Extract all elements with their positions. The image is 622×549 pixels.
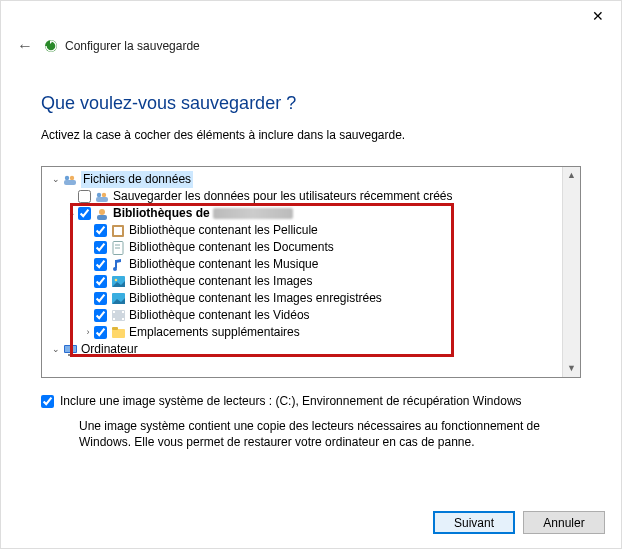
back-arrow-icon[interactable]: ← bbox=[17, 37, 33, 55]
next-button[interactable]: Suivant bbox=[433, 511, 515, 534]
backup-icon bbox=[43, 38, 59, 54]
checkbox[interactable] bbox=[94, 309, 107, 322]
window-title: Configurer la sauvegarde bbox=[65, 39, 200, 53]
tree-node-lib-music[interactable]: Bibliothèque contenant les Musique bbox=[46, 256, 562, 273]
checkbox[interactable] bbox=[94, 224, 107, 237]
users-icon bbox=[94, 189, 110, 205]
checkbox[interactable] bbox=[94, 326, 107, 339]
tree-label: Bibliothèque contenant les Images enregi… bbox=[129, 290, 382, 307]
tree-label: Bibliothèque contenant les Images bbox=[129, 273, 312, 290]
titlebar: ✕ bbox=[1, 1, 621, 31]
folder-icon bbox=[110, 325, 126, 341]
svg-rect-22 bbox=[122, 318, 124, 320]
checkbox-system-image[interactable] bbox=[41, 395, 54, 408]
tree-node-lib-saved-images[interactable]: Bibliothèque contenant les Images enregi… bbox=[46, 290, 562, 307]
tree-node-additional-locations[interactable]: › Emplacements supplémentaires bbox=[46, 324, 562, 341]
system-image-label: Inclure une image système de lecteurs : … bbox=[60, 394, 522, 408]
checkbox-libraries[interactable] bbox=[78, 207, 91, 220]
close-icon[interactable]: ✕ bbox=[583, 8, 613, 24]
backup-selection-tree[interactable]: ⌄ Fichiers de données Sauvegarder les do… bbox=[41, 166, 581, 378]
svg-rect-8 bbox=[97, 215, 107, 220]
picture-icon bbox=[110, 274, 126, 290]
chevron-down-icon[interactable]: ⌄ bbox=[50, 341, 62, 358]
chevron-right-icon[interactable]: › bbox=[82, 324, 94, 341]
svg-point-2 bbox=[70, 175, 74, 179]
tree-node-lib-documents[interactable]: Bibliothèque contenant les Documents bbox=[46, 239, 562, 256]
tree-label: Sauvegarder les données pour les utilisa… bbox=[113, 188, 453, 205]
user-icon bbox=[94, 206, 110, 222]
svg-rect-6 bbox=[96, 197, 108, 202]
tree-node-lib-videos[interactable]: Bibliothèque contenant les Vidéos bbox=[46, 307, 562, 324]
tree-label: Emplacements supplémentaires bbox=[129, 324, 300, 341]
redacted-username bbox=[213, 208, 293, 219]
svg-rect-21 bbox=[122, 311, 124, 313]
tree-node-lib-pellicule[interactable]: Bibliothèque contenant les Pellicule bbox=[46, 222, 562, 239]
video-icon bbox=[110, 308, 126, 324]
svg-point-7 bbox=[99, 209, 105, 215]
checkbox[interactable] bbox=[94, 241, 107, 254]
users-icon bbox=[62, 172, 78, 188]
svg-rect-26 bbox=[65, 346, 76, 352]
page-heading: Que voulez-vous sauvegarder ? bbox=[41, 93, 581, 114]
svg-point-5 bbox=[102, 192, 106, 196]
svg-point-14 bbox=[113, 267, 117, 271]
computer-icon bbox=[62, 342, 78, 358]
svg-rect-23 bbox=[112, 329, 125, 338]
picture-icon bbox=[110, 291, 126, 307]
tree-label: Bibliothèque contenant les Pellicule bbox=[129, 222, 318, 239]
document-icon bbox=[110, 240, 126, 256]
tree-label: Bibliothèque contenant les Vidéos bbox=[129, 307, 310, 324]
svg-rect-10 bbox=[114, 227, 122, 235]
tree-node-computer[interactable]: ⌄ Ordinateur bbox=[46, 341, 562, 358]
svg-rect-27 bbox=[68, 354, 73, 356]
tree-node-libraries[interactable]: ⌄ Bibliothèques de bbox=[46, 205, 562, 222]
scroll-up-icon[interactable]: ▲ bbox=[563, 167, 580, 184]
system-image-option[interactable]: Inclure une image système de lecteurs : … bbox=[41, 394, 581, 408]
header: ← Configurer la sauvegarde bbox=[1, 31, 621, 63]
system-image-description: Une image système contient une copie des… bbox=[79, 418, 581, 450]
cancel-button[interactable]: Annuler bbox=[523, 511, 605, 534]
svg-rect-20 bbox=[113, 318, 115, 320]
svg-rect-24 bbox=[112, 327, 118, 330]
scroll-down-icon[interactable]: ▼ bbox=[563, 360, 580, 377]
instruction-text: Activez la case à cocher des éléments à … bbox=[41, 128, 581, 142]
checkbox-new-users[interactable] bbox=[78, 190, 91, 203]
svg-point-1 bbox=[65, 175, 69, 179]
tree-label: Bibliothèques de bbox=[113, 205, 293, 222]
tree-node-new-users[interactable]: Sauvegarder les données pour les utilisa… bbox=[46, 188, 562, 205]
svg-rect-19 bbox=[113, 311, 115, 313]
tree-label: Bibliothèque contenant les Documents bbox=[129, 239, 334, 256]
svg-point-16 bbox=[114, 279, 117, 282]
svg-rect-3 bbox=[64, 180, 76, 185]
checkbox[interactable] bbox=[94, 292, 107, 305]
footer-buttons: Suivant Annuler bbox=[433, 511, 605, 534]
chevron-down-icon[interactable]: ⌄ bbox=[50, 171, 62, 188]
tree-label: Bibliothèque contenant les Musique bbox=[129, 256, 318, 273]
tree-label: Ordinateur bbox=[81, 341, 138, 358]
music-icon bbox=[110, 257, 126, 273]
chevron-down-icon[interactable]: ⌄ bbox=[66, 205, 78, 222]
scrollbar[interactable]: ▲ ▼ bbox=[562, 167, 580, 377]
checkbox[interactable] bbox=[94, 258, 107, 271]
backup-wizard-window: ✕ ← Configurer la sauvegarde Que voulez-… bbox=[0, 0, 622, 549]
film-icon bbox=[110, 223, 126, 239]
svg-point-4 bbox=[97, 192, 101, 196]
tree-label: Fichiers de données bbox=[81, 171, 193, 188]
tree-node-lib-images[interactable]: Bibliothèque contenant les Images bbox=[46, 273, 562, 290]
checkbox[interactable] bbox=[94, 275, 107, 288]
tree-node-data-files[interactable]: ⌄ Fichiers de données bbox=[46, 171, 562, 188]
